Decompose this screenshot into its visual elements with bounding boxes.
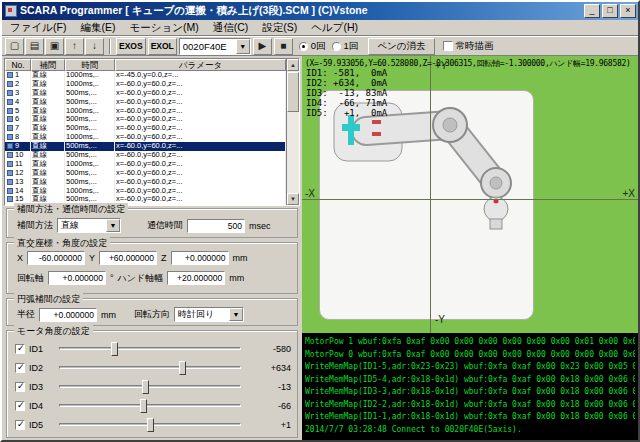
motor-slider[interactable] xyxy=(59,347,241,350)
table-row[interactable]: 3 直線 500ms,... x=-60.0,y=60.0,z=... xyxy=(5,89,286,98)
menu-item[interactable]: モーション(M) xyxy=(122,20,205,36)
table-row[interactable]: 8 直線 1000ms,.. x=-60.0,y=60.0,z=... xyxy=(5,133,286,142)
table-row[interactable]: 7 直線 500ms,... x=-60.0,y=60.0,z=... xyxy=(5,124,286,133)
cell-interp: 直線 xyxy=(31,187,65,196)
menu-item[interactable]: 通信(C) xyxy=(206,20,256,36)
device-select[interactable]: 0020F40E ▼ xyxy=(179,38,251,55)
visualization-panel: (X=-59.933056,Y=60.528080,Z=-0.306315,回転… xyxy=(302,56,638,440)
table-row[interactable]: 1 直線 1000ms,.. x=-45.0,y=0.0,z=... xyxy=(5,71,286,80)
toolbar-icon-button[interactable]: ▢ xyxy=(5,38,24,55)
interp-method-select[interactable]: 直線 ▼ xyxy=(57,218,121,233)
toolbar-icon-button[interactable]: ▣ xyxy=(45,38,64,55)
program-table: No. 補間 時間 パラメータ 1 直線 1000ms,.. x=-45.0,y… xyxy=(4,58,300,206)
table-row[interactable]: 9 直線 500ms,... x=-60.0,y=60.0,z=... xyxy=(5,142,286,151)
log-line: MotorPow 0 wbuf:0xfa 0xaf 0x00 0x00 0x00… xyxy=(305,349,635,362)
app-icon xyxy=(5,5,17,17)
group-title: モータ角度の設定 xyxy=(14,325,93,338)
mm-unit: mm xyxy=(101,310,116,320)
table-row[interactable]: 2 直線 1000ms,.. x=-60.0,y=60.0,z=... xyxy=(5,80,286,89)
step-icon xyxy=(7,81,13,87)
run-button[interactable]: ▶ xyxy=(253,38,272,55)
hand-width-input[interactable]: +20.000000 xyxy=(167,271,225,285)
comm-time-input[interactable]: 500 xyxy=(187,219,245,233)
log-line: WriteMemMap(ID1-1,adr:0x18-0x1d) wbuf:0x… xyxy=(305,411,635,424)
cell-interp: 直線 xyxy=(31,80,65,89)
loop-radio-option[interactable]: 0回 xyxy=(299,40,326,53)
minimize-button[interactable]: _ xyxy=(584,4,600,18)
motor-slider[interactable] xyxy=(59,385,241,388)
y-axis-line xyxy=(430,56,431,333)
table-row[interactable]: 14 直線 1000ms,.. x=-60.0,y=60.0,z=... xyxy=(5,187,286,196)
stop-button[interactable]: ■ xyxy=(274,38,293,55)
always-draw-checkbox[interactable]: 常時描画 xyxy=(443,40,494,53)
step-icon xyxy=(7,125,13,131)
log-line: MotorPow 1 wbuf:0xfa 0xaf 0x00 0x00 0x00… xyxy=(305,336,635,349)
toolbar-icon-button[interactable]: ▤ xyxy=(25,38,44,55)
table-row[interactable]: 13 直線 500ms,... x=-60.0,y=60.0,z=... xyxy=(5,178,286,187)
table-row[interactable]: 10 直線 500ms,... x=-60.0,y=60.0,z=... xyxy=(5,151,286,160)
motor-enable-checkbox[interactable]: ✓ xyxy=(15,344,25,354)
cell-no: 2 xyxy=(5,80,31,89)
table-scrollbar[interactable]: ▲ ▼ xyxy=(286,59,299,205)
scroll-down-icon[interactable]: ▼ xyxy=(287,193,299,205)
menu-item[interactable]: ファイル(F) xyxy=(3,20,73,36)
exol-button[interactable]: EXOL xyxy=(148,38,177,55)
log-line: 2014/7/7 03:28:48 Connect to 0020F40E(5a… xyxy=(305,424,635,437)
toolbar-icon-button[interactable]: ↑ xyxy=(65,38,84,55)
toolbar: ▢ ▤ ▣ ↑ ↓ EXOS EXOL 0020F40E ▼ ▶ ■ 0回 xyxy=(2,36,638,56)
log-line: WriteMemMap(ID5-4,adr:0x18-0x1d) wbuf:0x… xyxy=(305,374,635,387)
direction-select[interactable]: 時計回り ▼ xyxy=(174,307,244,322)
motor-slider[interactable] xyxy=(59,366,241,369)
x-input[interactable]: -60.000000 xyxy=(27,251,85,265)
radius-input[interactable]: +0.000000 xyxy=(39,308,97,322)
loop-radio-option[interactable]: 1回 xyxy=(332,40,359,53)
motor-slider[interactable] xyxy=(59,404,241,407)
slider-thumb[interactable] xyxy=(140,399,147,413)
step-icon xyxy=(7,108,13,114)
radio-label: 0回 xyxy=(311,40,326,53)
menu-item[interactable]: 編集(E) xyxy=(73,20,122,36)
table-row[interactable]: 11 直線 1000ms,.. x=-60.0,y=60.0,z=... xyxy=(5,160,286,169)
table-row[interactable]: 4 直線 500ms,... x=-60.0,y=60.0,z=... xyxy=(5,98,286,107)
motor-enable-checkbox[interactable]: ✓ xyxy=(15,401,25,411)
toolbar-icon-button[interactable]: ↓ xyxy=(85,38,104,55)
menu-item[interactable]: 設定(S) xyxy=(255,20,304,36)
scrollbar-thumb[interactable] xyxy=(287,72,299,112)
always-draw-label: 常時描画 xyxy=(456,40,494,53)
motor-enable-checkbox[interactable]: ✓ xyxy=(15,420,25,430)
maximize-button[interactable]: □ xyxy=(602,4,618,18)
cell-time: 500ms,... xyxy=(65,98,115,107)
motor-current-line: ID2: +634, 0mA xyxy=(306,78,387,88)
workspace-area xyxy=(319,90,534,320)
motor-enable-checkbox[interactable]: ✓ xyxy=(15,363,25,373)
slider-thumb[interactable] xyxy=(179,361,186,375)
cell-time: 500ms,... xyxy=(65,151,115,160)
cell-interp: 直線 xyxy=(31,169,65,178)
table-row[interactable]: 12 直線 500ms,... x=-60.0,y=60.0,z=... xyxy=(5,169,286,178)
group-title: 補間方法・通信時間の設定 xyxy=(14,203,128,216)
check-icon: ✓ xyxy=(17,362,25,372)
cell-params: x=-60.0,y=60.0,z=... xyxy=(115,151,286,160)
rotation-input[interactable]: +0.000000 xyxy=(48,271,106,285)
table-row[interactable]: 5 直線 1000ms,.. x=-60.0,y=60.0,z=... xyxy=(5,107,286,116)
scroll-up-icon[interactable]: ▲ xyxy=(287,59,299,71)
motor-current-readouts: ID1: -581, 0mA ID2: +634, 0mA ID3: -13, … xyxy=(306,68,387,118)
cell-interp: 直線 xyxy=(31,98,65,107)
step-icon xyxy=(7,196,13,202)
close-button[interactable]: × xyxy=(620,4,636,18)
pen-clear-button[interactable]: ペンの消去 xyxy=(368,38,434,55)
exos-button[interactable]: EXOS xyxy=(116,38,146,55)
z-input[interactable]: +0.000000 xyxy=(171,251,229,265)
slider-thumb[interactable] xyxy=(111,342,118,356)
table-row[interactable]: 6 直線 500ms,... x=-60.0,y=60.0,z=... xyxy=(5,115,286,124)
slider-thumb[interactable] xyxy=(147,418,154,432)
col-header-time: 時間 xyxy=(65,59,115,71)
mm-unit: mm xyxy=(233,253,248,263)
menu-item[interactable]: ヘルプ(H) xyxy=(304,20,365,36)
slider-thumb[interactable] xyxy=(142,380,149,394)
window-title: SCARA Programmer [ キューブの運搬・積み上げ(3段).SCM … xyxy=(20,4,582,18)
motor-enable-checkbox[interactable]: ✓ xyxy=(15,382,25,392)
motor-slider[interactable] xyxy=(59,423,241,426)
y-input[interactable]: +60.000000 xyxy=(99,251,157,265)
step-icon xyxy=(7,99,13,105)
